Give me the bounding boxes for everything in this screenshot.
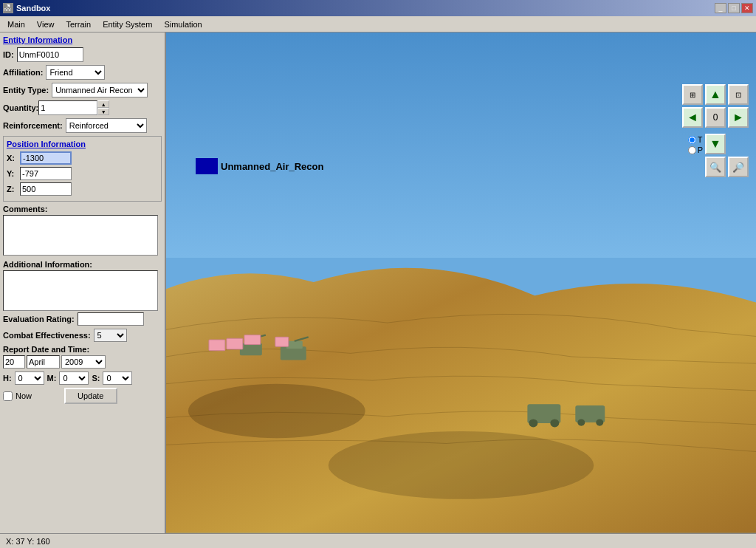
- svg-point-1: [329, 431, 594, 499]
- additional-section: Additional Information:: [3, 260, 162, 312]
- nav-left-arrow[interactable]: ◄: [682, 107, 703, 128]
- reinforcement-label: Reinforcement:: [3, 121, 63, 130]
- svg-rect-9: [227, 338, 243, 349]
- position-title: Position Information: [7, 140, 158, 148]
- entity-name: Unmanned_Air_Recon: [221, 161, 323, 172]
- x-row: X:: [7, 151, 158, 165]
- additional-label: Additional Information:: [3, 260, 162, 269]
- date-year-select[interactable]: 2009 2010: [61, 355, 106, 369]
- nav-up-arrow[interactable]: ▲: [705, 84, 726, 105]
- app-icon: 🏖: [3, 3, 13, 13]
- menu-entity-system[interactable]: Entity System: [97, 18, 158, 30]
- quantity-spinner-btns: ▲ ▼: [97, 100, 109, 115]
- radio-p[interactable]: [688, 146, 696, 154]
- menu-main[interactable]: Main: [1, 18, 31, 30]
- z-input[interactable]: [20, 182, 72, 196]
- svg-point-17: [596, 419, 603, 426]
- combat-select[interactable]: 1234 5678 910: [94, 329, 127, 342]
- y-input[interactable]: [20, 167, 72, 180]
- m-select[interactable]: 0: [59, 371, 89, 385]
- now-label: Now: [16, 391, 32, 400]
- menubar: Main View Terrain Entity System Simulati…: [0, 16, 756, 32]
- radio-t-label: T: [698, 135, 703, 144]
- date-label: Report Date and Time:: [3, 345, 162, 354]
- y-row: Y:: [7, 167, 158, 180]
- minimize-button[interactable]: _: [715, 3, 726, 13]
- id-input[interactable]: [17, 47, 83, 62]
- date-day-input[interactable]: [3, 355, 25, 369]
- affiliation-select[interactable]: Friend Hostile Neutral Unknown: [46, 65, 105, 80]
- main-layout: Entity Information ID: Affiliation: Frie…: [0, 32, 756, 533]
- entity-type-label: Entity Type:: [3, 86, 49, 95]
- z-label: Z:: [7, 185, 20, 193]
- affiliation-row: Affiliation: Friend Hostile Neutral Unkn…: [3, 65, 162, 80]
- reinforcement-row: Reinforcement: Reinforced Reduced Normal: [3, 118, 162, 133]
- quantity-row: Quantity: ▲ ▼: [3, 100, 162, 115]
- statusbar: X: 37 Y: 160: [0, 533, 756, 548]
- time-row: H: 0 M: 0 S: 0: [3, 371, 162, 385]
- nav-bottom-area: T P ▼ 🔍 🔎: [688, 134, 749, 177]
- view-3d: Unmanned_Air_Recon ⊞ ▲ ⊡ ◄ 0 ► T P: [166, 32, 756, 533]
- m-label: M:: [47, 374, 57, 383]
- combat-row: Combat Effectiveness: 1234 5678 910: [3, 329, 162, 342]
- close-button[interactable]: ✕: [741, 3, 753, 13]
- svg-point-16: [577, 419, 585, 426]
- quantity-spinner: ▲ ▼: [38, 100, 109, 115]
- radio-p-label: P: [698, 145, 703, 154]
- comments-section: Comments:: [3, 205, 162, 257]
- s-label: S:: [92, 374, 100, 383]
- additional-textarea[interactable]: [3, 270, 158, 311]
- combat-label: Combat Effectiveness:: [3, 331, 91, 340]
- radio-t-row: T: [688, 135, 703, 144]
- now-checkbox[interactable]: [3, 391, 13, 401]
- x-input[interactable]: [20, 151, 72, 165]
- quantity-up-btn[interactable]: ▲: [97, 100, 109, 108]
- titlebar: 🏖 Sandbox _ □ ✕: [0, 0, 756, 16]
- left-panel: Entity Information ID: Affiliation: Frie…: [0, 32, 166, 533]
- menu-terrain[interactable]: Terrain: [61, 18, 97, 30]
- svg-point-13: [529, 419, 537, 428]
- svg-point-14: [550, 419, 559, 428]
- zoom-in-btn[interactable]: 🔍: [705, 157, 726, 177]
- nav-down-arrow[interactable]: ▼: [705, 134, 726, 154]
- svg-rect-11: [275, 338, 289, 347]
- position-section: Position Information X: Y: Z:: [3, 136, 162, 202]
- entity-type-row: Entity Type: Unmanned Air Recon Tank Inf…: [3, 83, 162, 97]
- svg-rect-8: [209, 340, 225, 351]
- h-select[interactable]: 0: [15, 371, 44, 385]
- z-row: Z:: [7, 182, 158, 196]
- y-label: Y:: [7, 169, 20, 178]
- quantity-input[interactable]: [38, 100, 97, 115]
- reinforcement-select[interactable]: Reinforced Reduced Normal: [66, 118, 147, 133]
- status-coords: X: 37 Y: 160: [6, 537, 50, 546]
- date-month-input[interactable]: [27, 355, 60, 369]
- x-label: X:: [7, 154, 20, 162]
- eval-label: Evaluation Rating:: [3, 315, 75, 323]
- zoom-out-btn[interactable]: 🔎: [728, 157, 749, 177]
- nav-icon-2[interactable]: ⊡: [728, 84, 749, 105]
- quantity-down-btn[interactable]: ▼: [97, 108, 109, 115]
- nav-right-arrow[interactable]: ►: [728, 107, 749, 128]
- comments-textarea[interactable]: [3, 215, 158, 256]
- maximize-button[interactable]: □: [728, 3, 740, 13]
- affiliation-label: Affiliation:: [3, 68, 43, 77]
- id-row: ID:: [3, 47, 162, 62]
- s-select[interactable]: 0: [103, 371, 132, 385]
- nav-center-val[interactable]: 0: [705, 107, 726, 128]
- titlebar-buttons: _ □ ✕: [715, 3, 753, 13]
- update-button[interactable]: Update: [64, 388, 117, 404]
- radio-p-row: P: [688, 145, 703, 154]
- date-row: 2009 2010: [3, 355, 162, 369]
- menu-view[interactable]: View: [31, 18, 61, 30]
- radio-t[interactable]: [688, 136, 696, 144]
- radio-group: T P: [688, 135, 703, 154]
- entity-type-select[interactable]: Unmanned Air Recon Tank Infantry: [52, 83, 148, 97]
- entity-label: Unmanned_Air_Recon: [196, 158, 323, 174]
- nav-top-row: ⊞ ▲ ⊡: [682, 84, 749, 105]
- entity-flag: [196, 158, 218, 174]
- quantity-label: Quantity:: [3, 103, 38, 112]
- menu-simulation[interactable]: Simulation: [158, 18, 207, 30]
- zoom-row: 🔍 🔎: [705, 157, 749, 177]
- nav-icon-1[interactable]: ⊞: [682, 84, 703, 105]
- eval-input[interactable]: [78, 312, 144, 326]
